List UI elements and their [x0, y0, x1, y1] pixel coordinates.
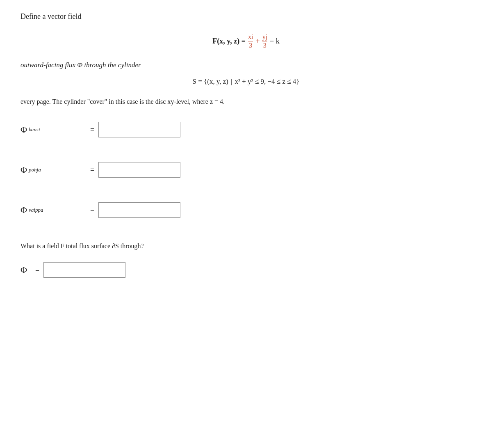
- page-title: Define a vector field: [20, 12, 472, 21]
- plus-sign: +: [255, 37, 260, 46]
- phi-kansi-label: Φkansi: [20, 124, 86, 135]
- phi-pohja-equals: =: [90, 166, 94, 174]
- phi-pohja-label: Φpohja: [20, 165, 86, 175]
- phi-total-equals: =: [35, 266, 39, 274]
- phi-kansi-row: Φkansi =: [20, 122, 472, 137]
- fraction-xi: xi 3: [248, 33, 253, 49]
- phi-vaippa-input[interactable]: [98, 202, 180, 218]
- phi-vaippa-label: Φvaippa: [20, 205, 86, 215]
- set-condition: x² + y² ≤ 9, −4 ≤ z ≤ 4}: [235, 78, 299, 86]
- flux-intro: outward-facing flux Φ through the cylind…: [20, 61, 472, 69]
- phi-pohja-input[interactable]: [98, 162, 180, 178]
- cylinder-paragraph: every page. The cylinder "cover" in this…: [20, 98, 472, 105]
- phi-total-input[interactable]: [43, 262, 125, 278]
- vector-field-formula: F(x, y, z) = xi 3 + yj 3 − k: [20, 33, 472, 49]
- bottom-question: What is a field F total flux surface ∂S …: [20, 242, 472, 250]
- phi-total-row: Φ =: [20, 262, 472, 278]
- phi-kansi-input[interactable]: [98, 122, 180, 137]
- phi-vaippa-row: Φvaippa =: [20, 202, 472, 218]
- phi-kansi-equals: =: [90, 126, 94, 134]
- set-bar: |: [231, 78, 232, 86]
- set-label: S = {(x, y, z): [193, 78, 228, 86]
- field-label: F(x, y, z) =: [212, 37, 246, 46]
- minus-k: − k: [270, 37, 280, 46]
- phi-pohja-row: Φpohja =: [20, 162, 472, 178]
- phi-total-label: Φ: [20, 265, 27, 275]
- phi-vaippa-equals: =: [90, 206, 94, 215]
- set-formula: S = {(x, y, z) | x² + y² ≤ 9, −4 ≤ z ≤ 4…: [20, 78, 472, 86]
- fraction-yj: yj 3: [262, 33, 267, 49]
